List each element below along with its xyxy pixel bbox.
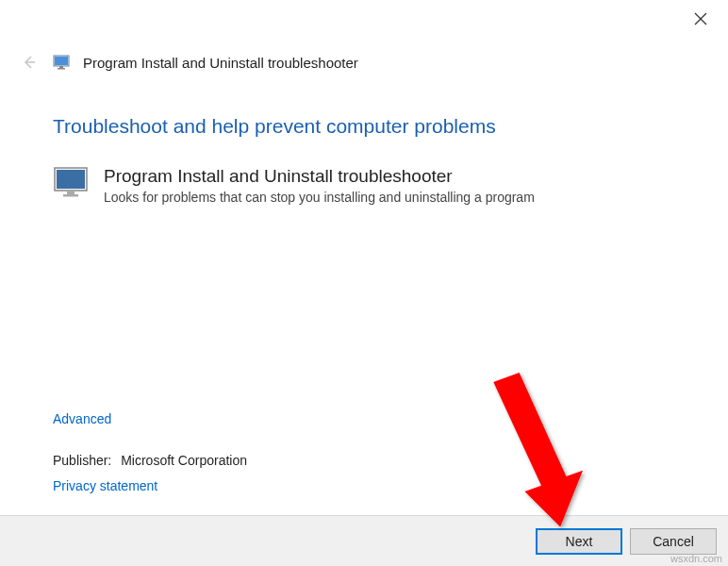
publisher-row: Publisher: Microsoft Corporation	[53, 453, 675, 468]
main-heading: Troubleshoot and help prevent computer p…	[53, 115, 675, 138]
svg-rect-6	[58, 68, 65, 70]
privacy-link[interactable]: Privacy statement	[53, 478, 157, 493]
advanced-link[interactable]: Advanced	[53, 411, 111, 426]
content-area: Troubleshoot and help prevent computer p…	[0, 74, 728, 205]
close-icon	[694, 12, 707, 25]
back-button[interactable]	[17, 51, 40, 74]
svg-rect-9	[67, 191, 74, 194]
monitor-icon	[53, 166, 91, 198]
program-description: Looks for problems that can stop you ins…	[104, 190, 535, 205]
footer: Next Cancel	[0, 515, 728, 566]
lower-section: Advanced Publisher: Microsoft Corporatio…	[53, 410, 675, 494]
arrow-left-icon	[19, 53, 38, 72]
publisher-value: Microsoft Corporation	[121, 453, 247, 468]
svg-rect-10	[63, 194, 78, 197]
svg-rect-8	[57, 170, 85, 189]
program-row: Program Install and Uninstall troublesho…	[53, 166, 675, 205]
publisher-label: Publisher:	[53, 453, 111, 468]
cancel-button[interactable]: Cancel	[630, 528, 717, 555]
troubleshooter-icon	[53, 166, 91, 198]
program-text: Program Install and Uninstall troublesho…	[104, 166, 535, 205]
close-button[interactable]	[687, 6, 715, 32]
next-button[interactable]: Next	[536, 528, 622, 555]
window-title: Program Install and Uninstall troublesho…	[83, 55, 358, 71]
svg-rect-4	[55, 57, 68, 65]
titlebar	[0, 0, 728, 38]
app-icon	[53, 54, 70, 71]
program-title: Program Install and Uninstall troublesho…	[104, 166, 535, 188]
header: Program Install and Uninstall troublesho…	[0, 38, 728, 74]
monitor-small-icon	[53, 54, 70, 71]
svg-rect-5	[59, 66, 63, 68]
watermark: wsxdn.com	[670, 553, 722, 564]
next-button-label: Next	[566, 534, 593, 549]
